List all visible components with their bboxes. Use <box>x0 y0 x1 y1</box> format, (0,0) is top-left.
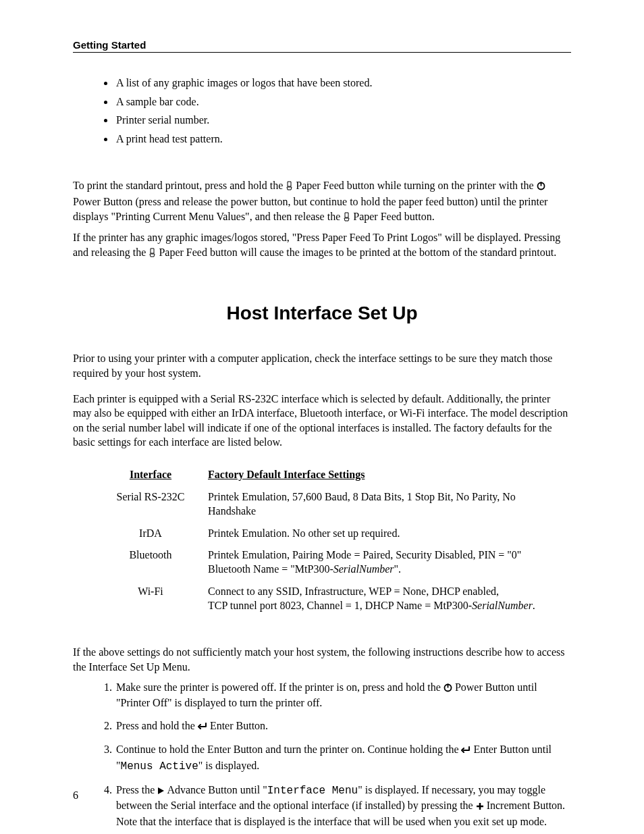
text: Paper Feed button while turning on the p… <box>293 180 536 191</box>
list-item: A sample bar code. <box>115 95 571 109</box>
cell-interface: Wi-Fi <box>100 581 201 617</box>
list-item: Make sure the printer is powered off. If… <box>115 680 571 710</box>
paragraph: If the printer has any graphic images/lo… <box>73 230 571 261</box>
page-heading: Host Interface Set Up <box>73 303 571 324</box>
text: " is displayed. <box>198 760 260 771</box>
interface-settings-table: Interface Factory Default Interface Sett… <box>100 466 566 617</box>
text: Make sure the printer is powered off. If… <box>116 681 444 693</box>
text: Paper Feed button will cause the images … <box>156 246 556 258</box>
list-item: A print head test pattern. <box>115 132 571 147</box>
text: Press the <box>116 784 157 796</box>
page-number: 6 <box>73 789 78 802</box>
table-row: Bluetooth Printek Emulation, Pairing Mod… <box>100 544 566 581</box>
text: Continue to hold the Enter Button and tu… <box>116 744 461 755</box>
list-item: Press the Advance Button until "Interfac… <box>115 783 571 829</box>
bullet-list: A list of any graphic images or logos th… <box>115 76 571 146</box>
paragraph: To print the standard printout, press an… <box>73 178 571 225</box>
text: Press and hold the <box>116 720 198 731</box>
list-item: A list of any graphic images or logos th… <box>115 76 571 90</box>
paper-feed-icon <box>149 246 156 261</box>
paragraph: Prior to using your printer with a compu… <box>73 351 571 380</box>
list-item: Continue to hold the Enter Button and tu… <box>115 742 571 774</box>
steps-list: Make sure the printer is powered off. If… <box>92 680 571 834</box>
increment-icon <box>476 800 484 814</box>
table-row: Serial RS-232C Printek Emulation, 57,600… <box>100 486 566 523</box>
power-icon <box>444 681 452 696</box>
document-page: Getting Started A list of any graphic im… <box>0 0 644 834</box>
text: Enter Button. <box>207 720 268 731</box>
cell-settings: Printek Emulation, Pairing Mode = Paired… <box>201 544 566 581</box>
table-row: IrDA Printek Emulation. No other set up … <box>100 523 566 545</box>
display-text: Menus Active <box>121 760 198 773</box>
advance-icon <box>157 784 165 799</box>
list-item: Printer serial number. <box>115 113 571 128</box>
paper-feed-icon <box>343 211 350 226</box>
cell-settings: Printek Emulation, 57,600 Baud, 8 Data B… <box>201 486 566 523</box>
text: Paper Feed button. <box>350 211 434 222</box>
cell-interface: Serial RS-232C <box>100 486 201 523</box>
table-header-defaults: Factory Default Interface Settings <box>201 466 566 486</box>
text: Advance Button until " <box>165 784 267 796</box>
display-text: Interface Menu <box>267 785 358 797</box>
text: To print the standard printout, press an… <box>73 180 286 191</box>
power-icon <box>537 180 545 194</box>
cell-settings: Connect to any SSID, Infrastructure, WEP… <box>201 581 566 617</box>
paper-feed-icon <box>286 180 293 194</box>
enter-icon <box>198 720 207 735</box>
enter-icon <box>461 744 471 758</box>
cell-interface: Bluetooth <box>100 544 201 581</box>
table-row: Wi-Fi Connect to any SSID, Infrastructur… <box>100 581 566 617</box>
svg-marker-4 <box>158 787 164 794</box>
text: Power Button (press and release the powe… <box>73 196 547 222</box>
list-item: Press and hold the Enter Button. <box>115 719 571 735</box>
cell-settings: Printek Emulation. No other set up requi… <box>201 523 566 545</box>
table-header-interface: Interface <box>100 466 201 486</box>
paragraph: Each printer is equipped with a Serial R… <box>73 392 571 450</box>
cell-interface: IrDA <box>100 523 201 545</box>
section-header: Getting Started <box>73 39 571 53</box>
paragraph: If the above settings do not sufficientl… <box>73 645 571 674</box>
